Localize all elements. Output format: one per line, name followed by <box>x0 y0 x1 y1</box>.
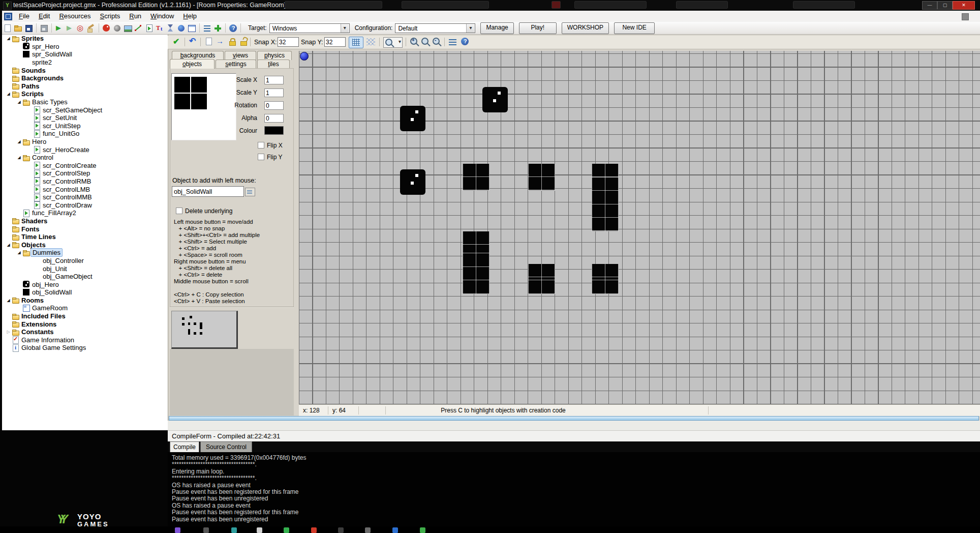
expander-open-icon[interactable]: ◢ <box>16 100 22 104</box>
tree-item[interactable]: func_UnitGo <box>2 130 168 138</box>
tab-settings[interactable]: settings <box>216 60 256 69</box>
instance-hero[interactable] <box>400 106 425 131</box>
windows-taskbar[interactable] <box>0 526 980 533</box>
tree-item[interactable]: Included Files <box>2 312 168 320</box>
tree-item[interactable]: ▷Constants <box>2 328 168 336</box>
taskbar-app-icon[interactable] <box>338 527 344 533</box>
delete-underlying-checkbox[interactable] <box>176 208 182 214</box>
create-font-icon[interactable] <box>155 23 165 33</box>
target-dropdown[interactable]: Windows <box>269 23 350 33</box>
tree-item[interactable]: scr_SetUnit <box>2 114 168 122</box>
tree-item[interactable]: obj_Controller <box>2 257 168 265</box>
create-path-icon[interactable] <box>134 23 143 33</box>
expander-open-icon[interactable]: ◢ <box>5 298 12 303</box>
tree-item[interactable]: Backgrounds <box>2 74 168 82</box>
taskbar-app-icon[interactable] <box>420 527 425 533</box>
instance-hero[interactable] <box>400 169 425 195</box>
zoom-out-icon[interactable]: - <box>432 37 441 46</box>
tree-item[interactable]: ◢Sprites <box>2 35 168 43</box>
instance-ball[interactable] <box>300 52 309 61</box>
play-button[interactable]: Play! <box>519 22 557 34</box>
rotation-input[interactable] <box>264 101 284 110</box>
horizontal-scrollbar[interactable] <box>169 416 979 421</box>
instance-solid-wall[interactable] <box>528 164 555 191</box>
instance-solid-wall[interactable] <box>592 264 619 294</box>
expander-open-icon[interactable]: ◢ <box>16 155 22 160</box>
lock-icon[interactable] <box>228 37 237 46</box>
tree-item[interactable]: ◢Rooms <box>2 297 168 305</box>
tree-item[interactable]: Extensions <box>2 320 168 328</box>
tree-item[interactable]: Paths <box>2 82 168 91</box>
create-timeline-icon[interactable] <box>166 23 175 33</box>
create-room-icon[interactable] <box>187 23 197 33</box>
tree-item[interactable]: Time Lines <box>2 233 168 241</box>
scale-y-input[interactable] <box>264 88 284 97</box>
tree-item[interactable]: scr_ControlMMB <box>2 193 168 201</box>
snap-x-input[interactable] <box>278 37 299 47</box>
ok-icon[interactable] <box>173 37 182 46</box>
unlock-icon[interactable] <box>239 37 248 46</box>
tree-item[interactable]: obj_SolidWall <box>2 288 168 297</box>
colour-swatch[interactable] <box>264 126 284 135</box>
tree-item[interactable]: scr_ControlDraw <box>2 201 168 209</box>
tree-item[interactable]: ◢Basic Types <box>2 98 168 106</box>
tab-tiles[interactable]: tiles <box>257 60 290 69</box>
tree-item[interactable]: scr_HeroCreate <box>2 145 168 154</box>
creation-order-icon[interactable] <box>448 37 457 46</box>
taskbar-app-icon[interactable] <box>257 527 262 533</box>
flip-x-checkbox[interactable] <box>258 142 264 149</box>
grid-toggle-icon[interactable] <box>349 37 363 48</box>
zoom-normal-icon[interactable] <box>421 37 430 46</box>
manage-button[interactable]: Manage <box>480 22 513 34</box>
expander-open-icon[interactable]: ◢ <box>5 36 12 41</box>
taskbar-app-icon[interactable] <box>203 527 209 533</box>
tree-item[interactable]: Fonts <box>2 225 168 233</box>
room-help-icon[interactable] <box>461 37 470 46</box>
run-icon[interactable] <box>54 23 64 33</box>
workshop-button[interactable]: WORKSHOP <box>562 22 609 34</box>
tree-item[interactable]: obj_GameObject <box>2 273 168 281</box>
menu-item-scripts[interactable]: Scripts <box>96 11 125 22</box>
taskbar-app-icon[interactable] <box>365 527 371 533</box>
taskbar-app-icon[interactable] <box>231 527 237 533</box>
instance-solid-wall[interactable] <box>463 164 489 191</box>
tab-compile[interactable]: Compile <box>170 441 199 452</box>
instance-solid-wall[interactable] <box>463 231 489 294</box>
instance-solid-wall[interactable] <box>592 164 619 231</box>
compile-log[interactable]: Total memory used = 3396917(0x004776fd) … <box>168 452 980 533</box>
clean-cache-icon[interactable] <box>86 23 96 33</box>
create-object-icon[interactable] <box>176 23 186 33</box>
add-resource-icon[interactable] <box>213 23 223 33</box>
room-canvas[interactable] <box>299 51 980 404</box>
shift-instances-icon[interactable] <box>216 37 225 46</box>
clear-room-icon[interactable] <box>204 37 213 46</box>
expander-open-icon[interactable]: ◢ <box>5 243 12 247</box>
expander-closed-icon[interactable]: ▷ <box>5 330 12 334</box>
menu-item-window[interactable]: Window <box>146 11 178 22</box>
tab-objects[interactable]: objects <box>170 59 215 69</box>
zoom-in-icon[interactable]: + <box>410 37 419 46</box>
tree-item[interactable]: scr_ControlLMB <box>2 185 168 193</box>
zoom-dropdown[interactable] <box>383 37 403 48</box>
tree-item[interactable]: scr_SetGameObject <box>2 106 168 114</box>
object-to-add-input[interactable] <box>172 186 244 197</box>
tree-item[interactable]: ◢Objects <box>2 241 168 249</box>
tree-item[interactable]: Shaders <box>2 217 168 225</box>
tree-item[interactable]: Sounds <box>2 66 168 74</box>
compile-form-header[interactable]: CompileForm - Compiled at:22:42:31 <box>168 430 980 441</box>
tree-item[interactable]: ◢Dummies <box>2 249 168 257</box>
object-picker-icon[interactable] <box>245 188 255 196</box>
tree-item[interactable]: obj_Unit <box>2 264 168 273</box>
tree-item[interactable]: spr_Hero <box>2 43 168 51</box>
flip-y-checkbox[interactable] <box>258 154 264 160</box>
scale-x-input[interactable] <box>264 76 284 84</box>
tree-item[interactable]: func_FillArray2 <box>2 209 168 217</box>
tree-item[interactable]: Global Game Settings <box>2 344 168 352</box>
alpha-input[interactable] <box>264 114 284 123</box>
expander-open-icon[interactable]: ◢ <box>16 250 22 255</box>
run-debug-icon[interactable] <box>65 23 75 33</box>
tree-item[interactable]: Game Information <box>2 336 168 344</box>
tree-item[interactable]: scr_ControlStep <box>2 169 168 177</box>
new-ide-button[interactable]: New IDE <box>614 22 655 34</box>
undo-icon[interactable] <box>189 37 198 46</box>
